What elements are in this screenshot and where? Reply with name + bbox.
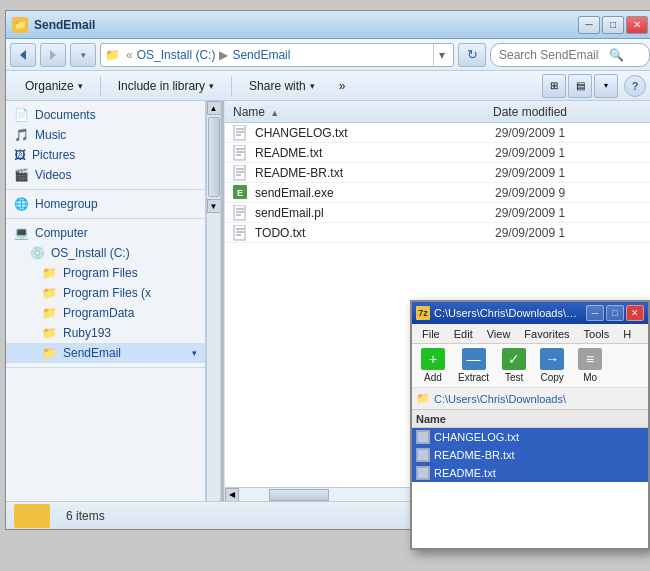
- ruby193-icon: 📁: [42, 326, 57, 340]
- sidebar-item-music[interactable]: 🎵 Music: [6, 125, 205, 145]
- table-row[interactable]: README.txt 29/09/2009 1: [225, 143, 650, 163]
- table-row[interactable]: sendEmail.pl 29/09/2009 1: [225, 203, 650, 223]
- sidebar-scrollbar: ▲ ▼: [206, 101, 220, 501]
- sidebar-item-programdata[interactable]: 📁 ProgramData: [6, 303, 205, 323]
- programdata-label: ProgramData: [63, 306, 134, 320]
- music-label: Music: [35, 128, 66, 142]
- file-name-readme: README.txt: [255, 146, 495, 160]
- table-row[interactable]: CHANGELOG.txt 29/09/2009 1: [225, 123, 650, 143]
- extract-label: Extract: [458, 372, 489, 383]
- sidebar-item-sendemail[interactable]: 📁 SendEmail ▾: [6, 343, 205, 363]
- include-in-library-button[interactable]: Include in library ▾: [107, 74, 225, 98]
- maximize-button[interactable]: □: [602, 16, 624, 34]
- table-row[interactable]: TODO.txt 29/09/2009 1: [225, 223, 650, 243]
- overlay-minimize-button[interactable]: ─: [586, 305, 604, 321]
- address-bar[interactable]: 📁 « OS_Install (C:) ▶ SendEmail ▾: [100, 43, 454, 67]
- documents-label: Documents: [35, 108, 96, 122]
- overlay-file-list: CHANGELOG.txt README-BR.txt README.txt: [412, 428, 648, 482]
- program-files-label: Program Files: [63, 266, 138, 280]
- menu-favorites[interactable]: Favorites: [518, 326, 575, 342]
- h-scroll-thumb[interactable]: [269, 489, 329, 501]
- svg-rect-28: [417, 467, 429, 479]
- forward-button[interactable]: [40, 43, 66, 67]
- overlay-close-button[interactable]: ✕: [626, 305, 644, 321]
- view-dropdown-button[interactable]: ▾: [594, 74, 618, 98]
- menu-file[interactable]: File: [416, 326, 446, 342]
- sort-arrow: ▲: [270, 108, 279, 118]
- homegroup-label: Homegroup: [35, 197, 98, 211]
- overlay-address-bar[interactable]: 📁 C:\Users\Chris\Downloads\: [412, 388, 648, 410]
- menu-edit[interactable]: Edit: [448, 326, 479, 342]
- search-bar[interactable]: 🔍: [490, 43, 650, 67]
- view-buttons: ⊞ ▤ ▾: [542, 74, 618, 98]
- view-list-button[interactable]: ▤: [568, 74, 592, 98]
- sidebar-item-videos[interactable]: 🎬 Videos: [6, 165, 205, 185]
- help-button[interactable]: ?: [624, 75, 646, 97]
- close-button[interactable]: ✕: [626, 16, 648, 34]
- file-icon-todo: [233, 225, 249, 241]
- file-date-todo: 29/09/2009 1: [495, 226, 646, 240]
- sidebar-scroll-up[interactable]: ▲: [207, 101, 221, 115]
- table-row[interactable]: README-BR.txt 29/09/2009 1: [225, 163, 650, 183]
- overlay-window: 7z C:\Users\Chris\Downloads\sendEmail ─ …: [410, 300, 650, 550]
- svg-rect-24: [14, 512, 50, 528]
- videos-label: Videos: [35, 168, 71, 182]
- table-row[interactable]: E sendEmail.exe 29/09/2009 9: [225, 183, 650, 203]
- path-item-folder[interactable]: SendEmail: [232, 48, 290, 62]
- title-bar-text: SendEmail: [34, 18, 578, 32]
- view-details-button[interactable]: ⊞: [542, 74, 566, 98]
- more-button[interactable]: »: [328, 74, 357, 98]
- extract-icon: —: [462, 348, 486, 370]
- search-input[interactable]: [499, 48, 609, 62]
- share-with-button[interactable]: Share with ▾: [238, 74, 326, 98]
- computer-label: Computer: [35, 226, 88, 240]
- overlay-copy-button[interactable]: → Copy: [535, 346, 569, 385]
- overlay-table-row[interactable]: CHANGELOG.txt: [412, 428, 648, 446]
- address-dropdown[interactable]: ▾: [433, 43, 449, 67]
- overlay-extract-button[interactable]: — Extract: [454, 346, 493, 385]
- minimize-button[interactable]: ─: [578, 16, 600, 34]
- sidebar-item-program-files-x[interactable]: 📁 Program Files (x: [6, 283, 205, 303]
- path-item-drive[interactable]: OS_Install (C:): [137, 48, 216, 62]
- sidebar-item-ruby193[interactable]: 📁 Ruby193: [6, 323, 205, 343]
- file-icon-readme: [233, 145, 249, 161]
- back-button[interactable]: [10, 43, 36, 67]
- computer-icon: 💻: [14, 226, 29, 240]
- sidebar-item-pictures[interactable]: 🖼 Pictures: [6, 145, 205, 165]
- menu-tools[interactable]: Tools: [578, 326, 616, 342]
- sidebar-item-documents[interactable]: 📄 Documents: [6, 105, 205, 125]
- h-scroll-left[interactable]: ◀: [225, 488, 239, 502]
- add-label: Add: [424, 372, 442, 383]
- program-files-x-icon: 📁: [42, 286, 57, 300]
- nav-extra-button[interactable]: ▾: [70, 43, 96, 67]
- sidebar-item-computer[interactable]: 💻 Computer: [6, 223, 205, 243]
- sidebar-item-homegroup[interactable]: 🌐 Homegroup: [6, 194, 205, 214]
- title-bar: 📁 SendEmail ─ □ ✕: [6, 11, 650, 39]
- sidebar-scroll-down[interactable]: ▼: [207, 199, 221, 213]
- sidebar-item-os-install[interactable]: 💿 OS_Install (C:): [6, 243, 205, 263]
- overlay-more-button[interactable]: ≡ Mo: [573, 346, 607, 385]
- menu-view[interactable]: View: [481, 326, 517, 342]
- overlay-menubar: File Edit View Favorites Tools H: [412, 324, 648, 344]
- organize-button[interactable]: Organize ▾: [14, 74, 94, 98]
- add-icon: +: [421, 348, 445, 370]
- organize-dropdown-icon: ▾: [78, 81, 83, 91]
- overlay-maximize-button[interactable]: □: [606, 305, 624, 321]
- sidebar-item-program-files[interactable]: 📁 Program Files: [6, 263, 205, 283]
- homegroup-section: 🌐 Homegroup: [6, 194, 205, 219]
- libraries-section: 📄 Documents 🎵 Music 🖼 Pictures 🎬 Videos: [6, 105, 205, 190]
- copy-icon: →: [540, 348, 564, 370]
- file-name-readme-br: README-BR.txt: [255, 166, 495, 180]
- overlay-table-row[interactable]: README.txt: [412, 464, 648, 482]
- test-icon: ✓: [502, 348, 526, 370]
- sidebar-scroll-thumb[interactable]: [208, 117, 220, 197]
- column-date[interactable]: Date modified: [485, 105, 650, 119]
- sidebar-wrapper: 📄 Documents 🎵 Music 🖼 Pictures 🎬 Videos: [6, 101, 220, 501]
- overlay-add-button[interactable]: + Add: [416, 346, 450, 385]
- overlay-table-row[interactable]: README-BR.txt: [412, 446, 648, 464]
- overlay-test-button[interactable]: ✓ Test: [497, 346, 531, 385]
- menu-help[interactable]: H: [617, 326, 637, 342]
- pictures-label: Pictures: [32, 148, 75, 162]
- column-name[interactable]: Name ▲: [225, 105, 485, 119]
- refresh-button[interactable]: ↻: [458, 43, 486, 67]
